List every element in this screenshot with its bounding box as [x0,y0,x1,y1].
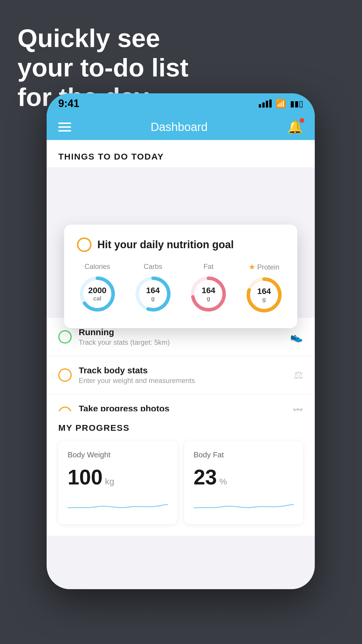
progress-cards: Body Weight100kgBody Fat23% [58,441,303,524]
task-circle-nutrition[interactable] [77,237,92,252]
nutrition-card-title: Hit your daily nutrition goal [97,239,234,251]
progress-value-unit: % [219,477,227,487]
nutrition-item-fat: Fat 164 g [188,262,229,315]
notification-dot [300,118,304,123]
donut-protein: 164 g [244,274,284,315]
nutrition-label-fat: Fat [203,262,214,271]
nutrition-item-carbs: Carbs 164 g [133,262,173,315]
nutrition-card: Hit your daily nutrition goal Calories 2… [64,225,297,328]
nutrition-label-carbs: Carbs [144,262,162,271]
donut-carbs: 164 g [133,274,173,314]
protein-star-icon: ★ [249,262,255,272]
progress-card-body-weight[interactable]: Body Weight100kg [58,441,177,524]
donut-fat: 164 g [188,274,229,314]
hamburger-menu[interactable] [58,123,71,132]
progress-card-body-fat[interactable]: Body Fat23% [184,441,303,524]
progress-value-number: 100 [68,465,103,489]
content-area: THINGS TO DO TODAY [47,140,315,167]
wifi-icon: 📶 [276,99,286,108]
status-bar: 9:41 📶 ▮▮▯ [47,93,315,114]
nav-title: Dashboard [151,120,208,134]
donut-calories: 2000 cal [77,274,118,314]
sparkline [194,496,294,514]
list-item-icon-shoe: 👟 [290,331,303,343]
nav-bar: Dashboard 🔔 [47,114,315,140]
card-title-row: Hit your daily nutrition goal [77,237,284,252]
battery-icon: ▮▮▯ [290,99,303,108]
progress-value-number: 23 [194,465,217,489]
things-section-header: THINGS TO DO TODAY [47,140,315,167]
progress-card-title: Body Weight [68,450,168,459]
nutrition-item-calories: Calories 2000 cal [77,262,118,315]
list-item-icon-scale: ⚖ [294,369,303,381]
bell-icon[interactable]: 🔔 [287,119,303,134]
task-circle[interactable] [58,368,72,382]
sparkline [68,496,168,514]
list-item-title: Track body stats [79,365,287,375]
nutrition-grid: Calories 2000 cal Carbs 164 g Fat 164 g … [77,262,284,315]
status-time: 9:41 [58,97,79,110]
nutrition-label-protein: Protein [257,263,279,271]
list-item-subtitle: Enter your weight and measurements [79,377,287,385]
phone-mockup: 9:41 📶 ▮▮▯ Dashboard 🔔 THINGS TO DO TODA… [47,93,315,589]
nutrition-label-calories: Calories [85,262,110,271]
list-item[interactable]: Track body statsEnter your weight and me… [47,356,315,394]
nutrition-item-protein: ★Protein 164 g [244,262,284,315]
task-circle[interactable] [58,330,72,344]
signal-icon [259,99,272,108]
progress-value-unit: kg [105,477,114,487]
progress-section: MY PROGRESS Body Weight100kgBody Fat23% [47,411,315,536]
list-item-subtitle: Track your stats (target: 5km) [79,338,283,346]
status-icons: 📶 ▮▮▯ [259,99,303,108]
list-item-title: Running [79,327,283,337]
progress-header: MY PROGRESS [58,423,303,433]
progress-card-title: Body Fat [194,450,294,459]
